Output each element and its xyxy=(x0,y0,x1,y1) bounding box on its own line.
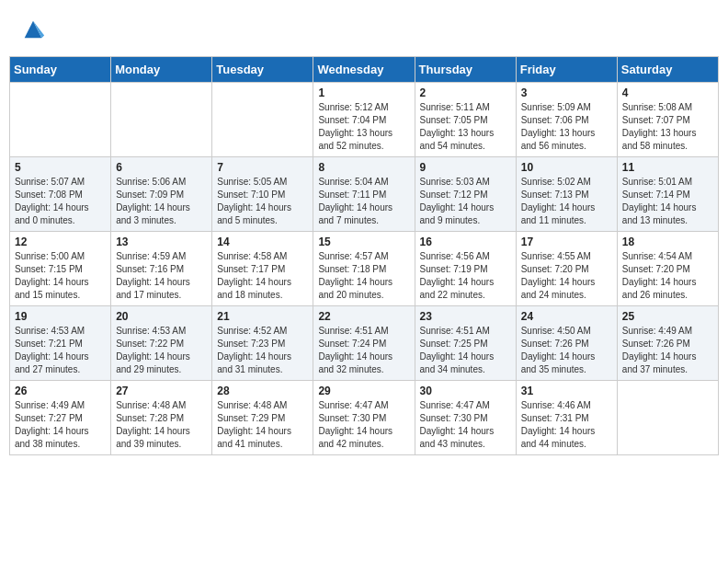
day-info: Sunrise: 5:04 AM Sunset: 7:11 PM Dayligh… xyxy=(318,176,409,227)
day-info: Sunrise: 5:06 AM Sunset: 7:09 PM Dayligh… xyxy=(116,176,207,227)
day-info: Sunrise: 4:56 AM Sunset: 7:19 PM Dayligh… xyxy=(420,250,511,302)
calendar-cell: 15Sunrise: 4:57 AM Sunset: 7:18 PM Dayli… xyxy=(313,232,415,306)
day-number: 15 xyxy=(318,236,409,248)
day-number: 9 xyxy=(420,161,511,174)
day-info: Sunrise: 4:49 AM Sunset: 7:26 PM Dayligh… xyxy=(622,325,713,376)
day-info: Sunrise: 5:11 AM Sunset: 7:05 PM Dayligh… xyxy=(420,101,511,153)
day-info: Sunrise: 5:03 AM Sunset: 7:12 PM Dayligh… xyxy=(420,176,511,227)
day-of-week-header: Tuesday xyxy=(212,57,313,83)
calendar-cell: 9Sunrise: 5:03 AM Sunset: 7:12 PM Daylig… xyxy=(415,157,516,232)
calendar-week-row: 26Sunrise: 4:49 AM Sunset: 7:27 PM Dayli… xyxy=(10,381,719,455)
calendar-cell: 14Sunrise: 4:58 AM Sunset: 7:17 PM Dayli… xyxy=(212,232,313,306)
day-number: 21 xyxy=(217,310,308,323)
calendar-cell: 31Sunrise: 4:46 AM Sunset: 7:31 PM Dayli… xyxy=(516,381,617,455)
day-info: Sunrise: 5:00 AM Sunset: 7:15 PM Dayligh… xyxy=(15,250,106,302)
day-number: 26 xyxy=(15,385,106,397)
day-of-week-header: Saturday xyxy=(617,57,718,83)
day-number: 5 xyxy=(15,161,106,174)
calendar-cell: 12Sunrise: 5:00 AM Sunset: 7:15 PM Dayli… xyxy=(10,232,111,306)
day-info: Sunrise: 5:08 AM Sunset: 7:07 PM Dayligh… xyxy=(622,101,713,153)
day-info: Sunrise: 5:05 AM Sunset: 7:10 PM Dayligh… xyxy=(217,176,308,227)
logo xyxy=(18,17,46,47)
calendar-cell: 22Sunrise: 4:51 AM Sunset: 7:24 PM Dayli… xyxy=(313,306,415,381)
day-info: Sunrise: 5:01 AM Sunset: 7:14 PM Dayligh… xyxy=(622,176,713,227)
calendar-cell: 17Sunrise: 4:55 AM Sunset: 7:20 PM Dayli… xyxy=(516,232,617,306)
day-info: Sunrise: 5:02 AM Sunset: 7:13 PM Dayligh… xyxy=(521,176,612,227)
calendar-cell: 25Sunrise: 4:49 AM Sunset: 7:26 PM Dayli… xyxy=(617,306,718,381)
day-number: 28 xyxy=(217,385,308,397)
day-info: Sunrise: 4:59 AM Sunset: 7:16 PM Dayligh… xyxy=(116,250,207,302)
calendar-cell: 29Sunrise: 4:47 AM Sunset: 7:30 PM Dayli… xyxy=(313,381,415,455)
day-info: Sunrise: 4:57 AM Sunset: 7:18 PM Dayligh… xyxy=(318,250,409,302)
calendar-cell: 3Sunrise: 5:09 AM Sunset: 7:06 PM Daylig… xyxy=(516,83,617,157)
day-info: Sunrise: 4:48 AM Sunset: 7:29 PM Dayligh… xyxy=(217,399,308,451)
day-number: 14 xyxy=(217,236,308,248)
day-info: Sunrise: 4:55 AM Sunset: 7:20 PM Dayligh… xyxy=(521,250,612,302)
logo-text xyxy=(18,17,46,47)
calendar-header: SundayMondayTuesdayWednesdayThursdayFrid… xyxy=(10,57,719,83)
day-number: 24 xyxy=(521,310,612,323)
days-of-week-row: SundayMondayTuesdayWednesdayThursdayFrid… xyxy=(10,57,719,83)
day-number: 13 xyxy=(116,236,207,248)
day-number: 17 xyxy=(521,236,612,248)
calendar-cell: 2Sunrise: 5:11 AM Sunset: 7:05 PM Daylig… xyxy=(415,83,516,157)
calendar-week-row: 12Sunrise: 5:00 AM Sunset: 7:15 PM Dayli… xyxy=(10,232,719,306)
calendar-cell: 7Sunrise: 5:05 AM Sunset: 7:10 PM Daylig… xyxy=(212,157,313,232)
day-number: 27 xyxy=(116,385,207,397)
day-of-week-header: Friday xyxy=(516,57,617,83)
calendar-cell xyxy=(10,83,111,157)
calendar-cell: 21Sunrise: 4:52 AM Sunset: 7:23 PM Dayli… xyxy=(212,306,313,381)
day-info: Sunrise: 4:54 AM Sunset: 7:20 PM Dayligh… xyxy=(622,250,713,302)
day-number: 23 xyxy=(420,310,511,323)
calendar-cell xyxy=(111,83,212,157)
calendar-cell xyxy=(617,381,718,455)
day-info: Sunrise: 4:50 AM Sunset: 7:26 PM Dayligh… xyxy=(521,325,612,376)
day-info: Sunrise: 4:47 AM Sunset: 7:30 PM Dayligh… xyxy=(420,399,511,451)
calendar-cell xyxy=(212,83,313,157)
calendar-cell: 18Sunrise: 4:54 AM Sunset: 7:20 PM Dayli… xyxy=(617,232,718,306)
day-of-week-header: Wednesday xyxy=(313,57,415,83)
day-number: 10 xyxy=(521,161,612,174)
calendar-cell: 5Sunrise: 5:07 AM Sunset: 7:08 PM Daylig… xyxy=(10,157,111,232)
calendar-cell: 8Sunrise: 5:04 AM Sunset: 7:11 PM Daylig… xyxy=(313,157,415,232)
day-of-week-header: Thursday xyxy=(415,57,516,83)
day-info: Sunrise: 4:51 AM Sunset: 7:24 PM Dayligh… xyxy=(318,325,409,376)
day-info: Sunrise: 5:07 AM Sunset: 7:08 PM Dayligh… xyxy=(15,176,106,227)
day-number: 20 xyxy=(116,310,207,323)
calendar-week-row: 19Sunrise: 4:53 AM Sunset: 7:21 PM Dayli… xyxy=(10,306,719,381)
day-info: Sunrise: 4:53 AM Sunset: 7:21 PM Dayligh… xyxy=(15,325,106,376)
calendar-table: SundayMondayTuesdayWednesdayThursdayFrid… xyxy=(9,56,719,455)
day-info: Sunrise: 5:12 AM Sunset: 7:04 PM Dayligh… xyxy=(318,101,409,153)
day-info: Sunrise: 4:52 AM Sunset: 7:23 PM Dayligh… xyxy=(217,325,308,376)
day-number: 7 xyxy=(217,161,308,174)
day-number: 4 xyxy=(622,86,713,99)
day-number: 11 xyxy=(622,161,713,174)
day-number: 29 xyxy=(318,385,409,397)
calendar-week-row: 5Sunrise: 5:07 AM Sunset: 7:08 PM Daylig… xyxy=(10,157,719,232)
calendar-body: 1Sunrise: 5:12 AM Sunset: 7:04 PM Daylig… xyxy=(10,83,719,455)
day-info: Sunrise: 4:53 AM Sunset: 7:22 PM Dayligh… xyxy=(116,325,207,376)
day-number: 16 xyxy=(420,236,511,248)
day-number: 31 xyxy=(521,385,612,397)
day-info: Sunrise: 4:47 AM Sunset: 7:30 PM Dayligh… xyxy=(318,399,409,451)
calendar-cell: 28Sunrise: 4:48 AM Sunset: 7:29 PM Dayli… xyxy=(212,381,313,455)
day-info: Sunrise: 4:46 AM Sunset: 7:31 PM Dayligh… xyxy=(521,399,612,451)
day-of-week-header: Sunday xyxy=(10,57,111,83)
day-number: 19 xyxy=(15,310,106,323)
calendar-cell: 13Sunrise: 4:59 AM Sunset: 7:16 PM Dayli… xyxy=(111,232,212,306)
calendar-cell: 30Sunrise: 4:47 AM Sunset: 7:30 PM Dayli… xyxy=(415,381,516,455)
day-number: 3 xyxy=(521,86,612,99)
day-number: 30 xyxy=(420,385,511,397)
day-number: 1 xyxy=(318,86,409,99)
calendar-week-row: 1Sunrise: 5:12 AM Sunset: 7:04 PM Daylig… xyxy=(10,83,719,157)
calendar-cell: 19Sunrise: 4:53 AM Sunset: 7:21 PM Dayli… xyxy=(10,306,111,381)
calendar-cell: 20Sunrise: 4:53 AM Sunset: 7:22 PM Dayli… xyxy=(111,306,212,381)
calendar-cell: 26Sunrise: 4:49 AM Sunset: 7:27 PM Dayli… xyxy=(10,381,111,455)
calendar-cell: 16Sunrise: 4:56 AM Sunset: 7:19 PM Dayli… xyxy=(415,232,516,306)
day-info: Sunrise: 4:49 AM Sunset: 7:27 PM Dayligh… xyxy=(15,399,106,451)
calendar-cell: 23Sunrise: 4:51 AM Sunset: 7:25 PM Dayli… xyxy=(415,306,516,381)
day-number: 25 xyxy=(622,310,713,323)
day-number: 12 xyxy=(15,236,106,248)
day-info: Sunrise: 4:48 AM Sunset: 7:28 PM Dayligh… xyxy=(116,399,207,451)
logo-icon xyxy=(20,17,46,42)
